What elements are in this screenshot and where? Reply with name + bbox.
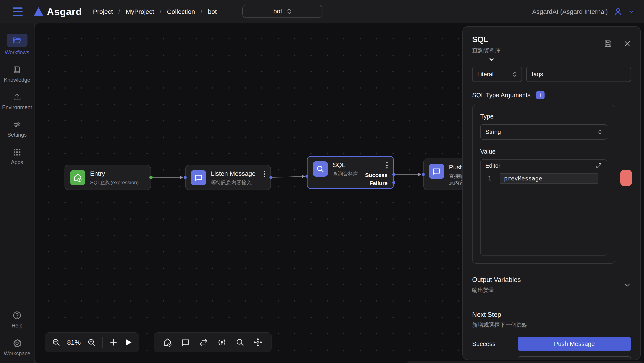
toolbar-divider	[102, 337, 103, 348]
sidebar-item-apps[interactable]: Apps	[11, 148, 23, 165]
breadcrumb: Project / MyProject / Collection / bot	[93, 8, 216, 15]
zoom-in-icon[interactable]	[87, 338, 96, 347]
next-step-section: Next Step 新增或選擇下一個節點	[472, 311, 631, 329]
node-menu-icon[interactable]	[264, 171, 265, 177]
output-variables-section[interactable]: Output Variables 輸出變量	[472, 276, 631, 294]
grid-icon	[12, 148, 22, 157]
next-step-failure-button[interactable]: + 新增目標節點	[518, 357, 631, 360]
breadcrumb-item[interactable]: Project	[93, 8, 113, 15]
breadcrumb-item[interactable]: Collection	[167, 8, 195, 15]
arguments-label: SQL Type Arguments	[472, 92, 530, 99]
clipped-scroll-chevron-icon	[487, 58, 496, 62]
node-listen-message[interactable]: Listen Message 等待訊息內容輸入	[185, 165, 271, 190]
run-play-icon[interactable]	[124, 338, 132, 347]
close-icon[interactable]	[623, 40, 631, 47]
menu-hamburger-icon[interactable]	[13, 7, 22, 16]
add-argument-button[interactable]: +	[536, 91, 544, 99]
workflow-selector-value: bot	[273, 8, 282, 15]
save-icon[interactable]	[604, 39, 612, 48]
node-subtitle: SQL查詢(expression)	[90, 179, 139, 186]
key-input[interactable]	[526, 67, 631, 82]
sidebar-item-environment[interactable]: Environment	[2, 93, 32, 110]
next-step-row-failure: Failure + 新增目標節點	[472, 357, 631, 360]
magnifier-icon[interactable]	[235, 338, 245, 347]
editor-body[interactable]: 1 prevMessage	[481, 172, 607, 255]
chat-bubble-icon	[429, 164, 444, 179]
node-subtitle: 查詢資料庫	[333, 170, 358, 177]
next-step-failure-label: Failure	[472, 360, 491, 360]
node-palette-toolbar	[154, 332, 272, 352]
sidebar-item-help[interactable]: Help	[12, 311, 22, 329]
code-editor[interactable]: Editor 1 prevMessage	[480, 159, 607, 256]
house-plus-icon[interactable]	[163, 338, 172, 347]
swap-arrows-icon[interactable]	[199, 338, 208, 347]
magnifier-icon	[313, 161, 328, 177]
type-select[interactable]: String	[480, 124, 607, 140]
account-name: AsgardAI (Asgard Internal)	[532, 8, 608, 15]
chevrons-updown-icon	[512, 71, 517, 77]
breadcrumb-item[interactable]: MyProject	[126, 8, 154, 15]
chevron-down-icon[interactable]	[628, 8, 635, 15]
expand-icon[interactable]	[596, 163, 602, 169]
node-title: Listen Message	[211, 170, 256, 177]
asgard-logo-icon	[34, 7, 44, 16]
chevron-down-icon[interactable]	[624, 281, 631, 289]
bottom-dock-peek	[406, 361, 644, 363]
left-sidebar: Workflows Knowledge Environment Settings…	[0, 23, 34, 363]
panel-title: SQL	[472, 35, 501, 44]
move-diamond-icon[interactable]	[253, 338, 263, 347]
zoom-out-icon[interactable]	[52, 338, 61, 347]
chevrons-updown-icon	[287, 8, 292, 14]
zoom-level: 81%	[67, 339, 81, 347]
add-node-icon[interactable]	[109, 338, 118, 347]
next-step-subtitle: 新增或選擇下一個節點	[472, 321, 528, 329]
user-icon	[613, 7, 623, 16]
breadcrumb-item[interactable]: bot	[208, 8, 217, 15]
editor-code: prevMessage	[504, 175, 542, 182]
editor-title: Editor	[485, 163, 500, 169]
remove-argument-button[interactable]: −	[620, 170, 632, 186]
editor-ruler	[594, 172, 595, 255]
panel-subtitle: 查詢資料庫	[472, 47, 501, 54]
node-title: SQL	[333, 161, 358, 169]
plus-icon: +	[552, 360, 556, 360]
help-circle-icon	[12, 311, 22, 320]
next-step-title: Next Step	[472, 311, 528, 319]
sidebar-item-settings[interactable]: Settings	[8, 120, 26, 138]
key-type-select-value: Literal	[477, 71, 494, 78]
next-step-row-success: Success Push Message	[472, 337, 631, 351]
sliders-icon	[12, 120, 22, 129]
house-plus-icon	[70, 170, 86, 185]
section-divider	[463, 302, 640, 302]
chat-bubble-icon	[191, 170, 206, 185]
book-icon	[12, 65, 22, 74]
key-type-select[interactable]: Literal	[472, 67, 522, 82]
output-port-success[interactable]: Success	[365, 172, 388, 179]
zoom-toolbar: 81%	[45, 332, 139, 352]
brand-title: Asgard	[47, 6, 82, 17]
sidebar-item-knowledge[interactable]: Knowledge	[4, 65, 30, 83]
editor-line-number: 1	[488, 175, 491, 182]
output-port-failure[interactable]: Failure	[370, 180, 388, 187]
next-step-success-button[interactable]: Push Message	[518, 337, 631, 351]
chat-bubble-icon[interactable]	[181, 338, 190, 347]
node-entry[interactable]: Entry SQL查詢(expression)	[64, 165, 151, 190]
sidebar-item-workspace[interactable]: Workspace	[4, 339, 30, 357]
output-variables-subtitle: 輸出變量	[472, 286, 521, 294]
argument-card: Type String Value Editor	[472, 105, 615, 264]
sidebar-item-workflows[interactable]: Workflows	[5, 34, 30, 55]
type-select-value: String	[485, 128, 501, 135]
node-title: Entry	[90, 170, 139, 177]
node-menu-icon[interactable]	[386, 162, 388, 169]
node-sql[interactable]: SQL 查詢資料庫 Success Failure	[307, 156, 394, 189]
value-label: Value	[480, 148, 607, 155]
next-step-success-label: Success	[472, 341, 496, 348]
workflow-selector[interactable]: bot	[242, 5, 322, 18]
top-navbar: Asgard Project / MyProject / Collection …	[0, 0, 644, 23]
type-label: Type	[480, 113, 607, 120]
account-menu[interactable]: AsgardAI (Asgard Internal)	[532, 7, 635, 16]
node-config-panel: SQL 查詢資料庫 Literal SQL Type Arguments	[462, 26, 641, 360]
output-variables-title: Output Variables	[472, 276, 521, 284]
bulb-rotate-icon[interactable]	[217, 338, 227, 347]
chevrons-updown-icon	[598, 129, 602, 135]
